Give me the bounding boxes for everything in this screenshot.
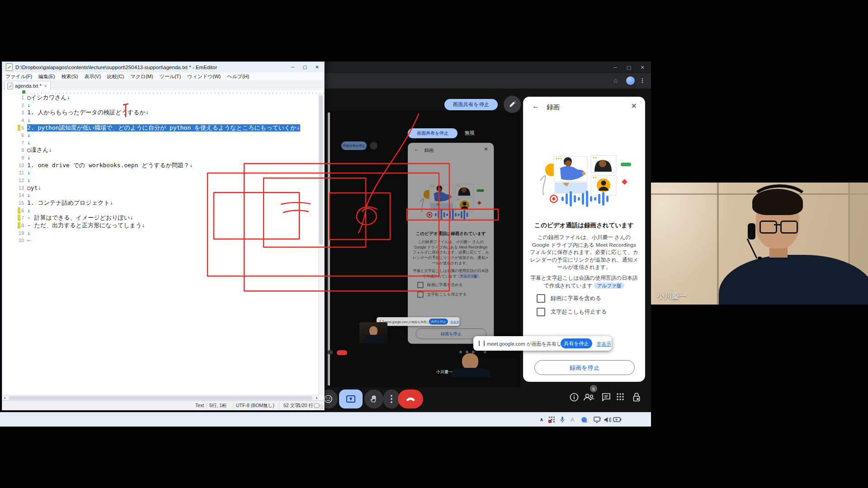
menu-item[interactable]: 表示(V): [81, 73, 104, 80]
tray-display-pen-icon[interactable]: [593, 413, 601, 427]
scrollbar-thumb[interactable]: [319, 95, 323, 244]
editor-line[interactable]: 11 ↓: [2, 169, 319, 177]
editor-line[interactable]: 16 ↓: [2, 207, 319, 215]
tray-ime-icon[interactable]: A: [569, 413, 576, 427]
editor-line[interactable]: 14 ↓: [2, 192, 319, 199]
bookmark-star-icon[interactable]: ☆: [613, 77, 618, 84]
checkbox-icon[interactable]: [537, 308, 545, 316]
line-number: 4: [2, 117, 24, 124]
hand-icon: [370, 395, 378, 403]
changed-line-marker: [18, 109, 20, 116]
editor-line[interactable]: 3 1. 人からもらったデータの検証どうするか↓: [2, 109, 319, 117]
scroll-right-arrow[interactable]: ▸: [316, 396, 318, 400]
status-encoding[interactable]: UTF-8 (BOM無し): [236, 403, 274, 409]
present-screen-button-active[interactable]: [339, 389, 363, 408]
browser-minimize-button[interactable]: ─: [609, 61, 622, 73]
menu-item[interactable]: ヘルプ(H): [224, 73, 252, 80]
editor-line[interactable]: 13 ○yt↓: [2, 184, 319, 192]
meeting-details-button[interactable]: [569, 392, 579, 404]
tab-agenda[interactable]: agenda.txt * ×: [5, 81, 51, 90]
back-arrow-icon[interactable]: ←: [532, 102, 540, 111]
tab-close-icon[interactable]: ×: [44, 84, 47, 89]
scroll-left-arrow[interactable]: ◂: [4, 396, 5, 400]
editor-line[interactable]: 20 ←: [2, 237, 319, 244]
recording-illustration: [537, 153, 632, 209]
status-line-indicator: 1/20 行: [298, 403, 313, 409]
smiley-icon: [324, 394, 333, 404]
newline-mark: ↓: [27, 177, 31, 183]
browser-menu-icon[interactable]: ⋮: [639, 77, 646, 84]
chat-button[interactable]: [601, 392, 611, 404]
participants-button[interactable]: [583, 392, 595, 404]
tray-microphone-icon[interactable]: [559, 413, 566, 427]
editor-minimize-button[interactable]: ─: [287, 62, 299, 72]
editor-line[interactable]: 15 1. コンテナ詰めプロジェクト↓: [2, 199, 319, 207]
editor-line[interactable]: 2 ↓: [2, 102, 319, 109]
editor-line[interactable]: 7 ↓: [2, 139, 319, 147]
hide-link[interactable]: 非表示: [596, 341, 611, 347]
raise-hand-button[interactable]: [364, 389, 383, 408]
tray-app-grid-icon[interactable]: [547, 413, 556, 427]
browser-profile-avatar[interactable]: [626, 76, 635, 85]
tray-volume-icon[interactable]: [604, 413, 612, 427]
menu-item[interactable]: ウィンドウ(W): [184, 73, 224, 80]
changed-line-marker: [18, 147, 20, 153]
line-number: 1: [2, 94, 24, 102]
more-options-button[interactable]: [383, 389, 400, 408]
menu-item[interactable]: マクロ(M): [127, 73, 156, 80]
menu-item[interactable]: 比較(C): [104, 73, 127, 80]
changed-line-marker: [18, 237, 20, 244]
person-head: [369, 326, 377, 336]
editor-line[interactable]: 4 ↓: [2, 117, 319, 124]
activities-button[interactable]: [616, 392, 625, 403]
line-number: 6: [2, 131, 24, 139]
editor-line[interactable]: 6 ↓: [2, 131, 319, 139]
recording-body-text: この録画ファイルは、小川慶一 さんの Google ドライブ内にある Meet …: [412, 239, 490, 266]
status-caret-position: 5行, 1桁: [209, 403, 227, 409]
editor-vertical-scrollbar[interactable]: [318, 94, 324, 395]
checkbox-icon[interactable]: [537, 294, 545, 303]
tray-battery-icon[interactable]: [613, 413, 622, 427]
stop-sharing-button[interactable]: 共有を停止: [561, 338, 592, 348]
editor-maximize-button[interactable]: ▢: [299, 62, 311, 72]
editor-line[interactable]: 1 ○イシカワさん↓: [2, 94, 319, 102]
editor-line[interactable]: 18 - ただ、出力すると正方形になってしまう↓: [2, 222, 319, 230]
annotation-pen-button[interactable]: [504, 96, 521, 113]
editor-line[interactable]: 19 ↓: [2, 230, 319, 237]
close-icon[interactable]: ✕: [631, 102, 637, 110]
headset-band: [750, 184, 809, 218]
stop-recording-button[interactable]: 録画を停止: [534, 360, 635, 375]
editor-titlebar[interactable]: D:\Dropbox\galapagos\contents\lecture\su…: [2, 62, 324, 72]
status-mode[interactable]: Text: [195, 403, 204, 408]
tray-copilot-icon[interactable]: [580, 413, 588, 427]
glasses-left-lens: [760, 221, 777, 234]
editor-line[interactable]: 10 1. one drive での workbooks.oepn どうするか問…: [2, 162, 319, 169]
stop-transcript-checkbox-row[interactable]: 文字起こしも停止する: [537, 308, 607, 316]
self-view-tile[interactable]: 小川慶一: [433, 350, 512, 377]
inner-share-notification: meet.google.com が画面を共有しています。 共有を停止 非表示: [377, 317, 460, 326]
editor-line[interactable]: 5 2. python認知度が低い職場で、どのように自分が python を使え…: [2, 124, 319, 132]
line-text: ○yt: [27, 184, 38, 191]
host-controls-button[interactable]: [632, 392, 641, 404]
resize-grip[interactable]: [319, 404, 323, 409]
tray-chevron-up-icon[interactable]: ∧: [538, 413, 545, 427]
changed-line-marker: [18, 155, 20, 161]
menu-item[interactable]: ツール(T): [156, 73, 184, 80]
stop-screen-share-button[interactable]: 画面共有を停止: [444, 99, 498, 110]
editor-line[interactable]: 17 - 計算はできる、イメージどおりぽい↓: [2, 214, 319, 222]
end-call-button[interactable]: [398, 389, 423, 408]
editor-line[interactable]: 9 ↓: [2, 154, 319, 162]
scrollbar-thumb[interactable]: [9, 396, 312, 400]
browser-close-button[interactable]: ✕: [636, 61, 649, 73]
menu-item[interactable]: 検索(S): [58, 73, 81, 80]
browser-maximize-button[interactable]: ▢: [622, 61, 636, 73]
menu-item[interactable]: ファイル(F): [2, 73, 35, 80]
editor-line[interactable]: 12 ↓: [2, 177, 319, 184]
editor-text-area[interactable]: 1 ○イシカワさん↓ 2 ↓ 3 1. 人からもらったデータの検証どうするか↓ …: [2, 94, 319, 395]
line-number: 8: [2, 146, 24, 154]
editor-close-button[interactable]: ✕: [311, 62, 323, 72]
stop-transcript-checkbox-row: 文字起こしも停止する: [417, 291, 467, 297]
include-captions-checkbox-row[interactable]: 録画に字幕を含める: [537, 294, 601, 303]
editor-line[interactable]: 8 ○凜さん↓: [2, 146, 319, 154]
menu-item[interactable]: 編集(E): [35, 73, 58, 80]
